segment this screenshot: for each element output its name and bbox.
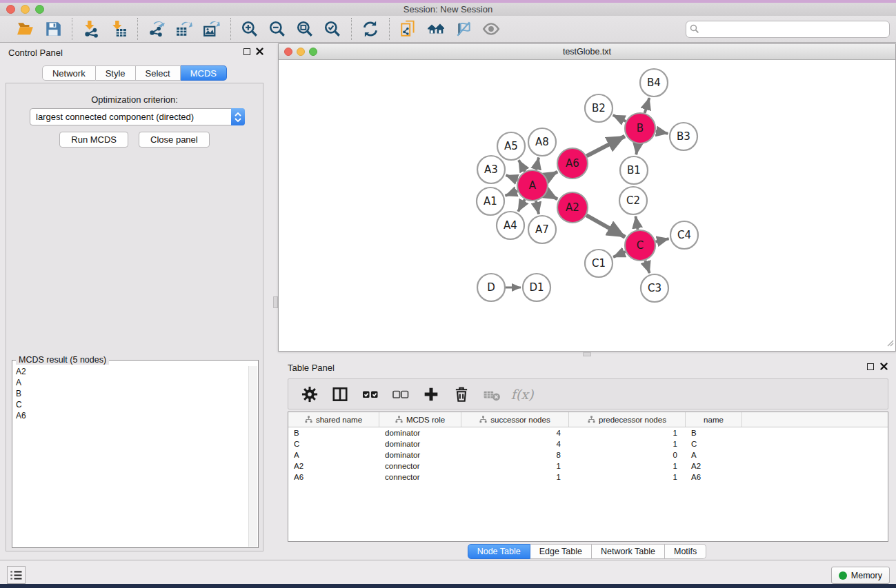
edge-C-C2[interactable] bbox=[635, 216, 637, 230]
mcds-result-item[interactable]: B bbox=[13, 388, 248, 399]
vertical-splitter-handle[interactable] bbox=[273, 296, 278, 308]
node-A4[interactable]: A4 bbox=[497, 212, 524, 239]
node-A[interactable]: A bbox=[517, 170, 548, 201]
resize-grip-icon[interactable] bbox=[886, 337, 894, 349]
home-pairs-button[interactable] bbox=[424, 18, 448, 40]
mcds-result-item[interactable]: A2 bbox=[13, 366, 248, 377]
mcds-result-item[interactable]: C bbox=[13, 399, 248, 410]
show-details-button[interactable] bbox=[479, 18, 503, 40]
table-float-panel-icon[interactable] bbox=[867, 363, 874, 370]
edge-A-A5[interactable] bbox=[519, 160, 525, 172]
node-A7[interactable]: A7 bbox=[528, 216, 556, 243]
optimization-criterion-dropdown[interactable]: largest connected component (directed) bbox=[30, 108, 245, 125]
float-panel-icon[interactable] bbox=[243, 48, 250, 55]
tab-mcds[interactable]: MCDS bbox=[181, 65, 227, 81]
zoom-selected-button[interactable] bbox=[321, 18, 344, 40]
edge-A-A8[interactable] bbox=[536, 157, 539, 170]
tab-select[interactable]: Select bbox=[136, 65, 181, 81]
import-network-button[interactable] bbox=[79, 18, 103, 40]
run-mcds-button[interactable]: Run MCDS bbox=[59, 132, 128, 148]
clone-network-button[interactable] bbox=[397, 18, 420, 40]
node-A1[interactable]: A1 bbox=[477, 187, 504, 215]
import-table-button[interactable] bbox=[107, 18, 130, 40]
node-A5[interactable]: A5 bbox=[497, 132, 525, 160]
tab-network[interactable]: Network bbox=[42, 65, 96, 81]
node-A6[interactable]: A6 bbox=[557, 148, 588, 179]
create-column-button[interactable] bbox=[421, 383, 441, 405]
mcds-result-item[interactable]: A6 bbox=[13, 410, 248, 421]
refresh-layout-button[interactable] bbox=[359, 18, 382, 40]
result-scrollbar[interactable] bbox=[248, 366, 257, 547]
edge-A-A3[interactable] bbox=[506, 175, 517, 180]
node-C2[interactable]: C2 bbox=[619, 187, 647, 214]
edge-A6-B[interactable] bbox=[586, 136, 624, 156]
table-row[interactable]: Cdominator41C bbox=[288, 438, 888, 449]
function-builder-button[interactable]: f(x) bbox=[512, 383, 532, 405]
export-network-button[interactable] bbox=[145, 18, 168, 40]
zoom-fit-button[interactable] bbox=[293, 18, 317, 40]
save-session-button[interactable] bbox=[41, 18, 65, 40]
close-panel-icon[interactable] bbox=[256, 48, 263, 55]
table-tab-network-table[interactable]: Network Table bbox=[592, 544, 665, 559]
edge-A-A2[interactable] bbox=[546, 193, 557, 199]
edge-A-A6[interactable] bbox=[546, 172, 557, 178]
edge-B-B1[interactable] bbox=[636, 144, 637, 154]
column-header-predecessor-nodes[interactable]: predecessor nodes bbox=[569, 412, 686, 427]
zoom-out-button[interactable] bbox=[266, 18, 289, 40]
open-session-button[interactable] bbox=[14, 18, 37, 40]
table-tab-edge-table[interactable]: Edge Table bbox=[530, 544, 592, 559]
table-tab-node-table[interactable]: Node Table bbox=[468, 544, 530, 559]
column-header-mcds-role[interactable]: MCDS role bbox=[379, 412, 461, 427]
edge-B-B2[interactable] bbox=[613, 115, 626, 121]
table-row[interactable]: A2connector11A2 bbox=[288, 460, 888, 472]
memory-button[interactable]: Memory bbox=[831, 567, 890, 584]
node-D1[interactable]: D1 bbox=[523, 274, 550, 301]
edge-A-A1[interactable] bbox=[506, 191, 518, 196]
hide-details-button[interactable] bbox=[452, 18, 475, 40]
table-tab-motifs[interactable]: Motifs bbox=[665, 544, 706, 559]
show-panels-list-button[interactable] bbox=[7, 566, 26, 584]
edge-C-C1[interactable] bbox=[613, 252, 626, 257]
network-canvas[interactable]: B4B2BB3A5A8A6A3B1AA1C2A2A4A7C4CC1DD1C3 bbox=[279, 60, 895, 351]
table-row[interactable]: A6connector11A6 bbox=[288, 472, 888, 483]
node-C[interactable]: C bbox=[625, 230, 655, 261]
search-input[interactable] bbox=[686, 21, 890, 38]
node-B1[interactable]: B1 bbox=[620, 156, 648, 184]
delete-table-button[interactable] bbox=[481, 383, 502, 405]
node-A8[interactable]: A8 bbox=[528, 128, 556, 156]
split-view-button[interactable] bbox=[330, 383, 350, 405]
column-header-name[interactable]: name bbox=[686, 412, 742, 427]
column-header-shared-name[interactable]: shared name bbox=[288, 412, 379, 427]
edge-B-B4[interactable] bbox=[645, 98, 650, 113]
node-B4[interactable]: B4 bbox=[640, 69, 668, 97]
zoom-in-button[interactable] bbox=[238, 18, 261, 40]
mcds-result-item[interactable]: A bbox=[13, 377, 248, 388]
export-image-button[interactable] bbox=[200, 18, 223, 40]
node-A2[interactable]: A2 bbox=[557, 192, 588, 223]
horizontal-splitter-handle[interactable] bbox=[583, 352, 591, 356]
column-settings-gear-button[interactable] bbox=[299, 383, 320, 405]
table-row[interactable]: Bdominator41B bbox=[288, 427, 888, 438]
delete-column-button[interactable] bbox=[451, 383, 472, 405]
node-B2[interactable]: B2 bbox=[585, 94, 613, 122]
select-all-columns-button[interactable] bbox=[360, 383, 381, 405]
close-panel-button[interactable]: Close panel bbox=[139, 132, 210, 148]
export-table-button[interactable] bbox=[172, 18, 196, 40]
node-C1[interactable]: C1 bbox=[585, 250, 613, 277]
edge-B-B3[interactable] bbox=[656, 131, 668, 133]
node-C4[interactable]: C4 bbox=[670, 221, 698, 249]
node-A3[interactable]: A3 bbox=[477, 156, 505, 183]
edge-A2-C[interactable] bbox=[586, 215, 625, 237]
edge-C-C4[interactable] bbox=[655, 239, 668, 242]
column-header-successor-nodes[interactable]: successor nodes bbox=[461, 412, 569, 427]
node-B3[interactable]: B3 bbox=[670, 123, 697, 150]
edge-C-C3[interactable] bbox=[645, 261, 649, 273]
unselect-all-columns-button[interactable] bbox=[390, 383, 411, 405]
node-B[interactable]: B bbox=[625, 113, 655, 143]
table-close-panel-icon[interactable] bbox=[880, 363, 888, 370]
table-row[interactable]: Adominator80A bbox=[288, 449, 888, 460]
tab-style[interactable]: Style bbox=[96, 65, 136, 81]
edge-A-A7[interactable] bbox=[536, 201, 539, 214]
edge-A-A4[interactable] bbox=[518, 199, 525, 212]
node-D[interactable]: D bbox=[477, 274, 505, 301]
